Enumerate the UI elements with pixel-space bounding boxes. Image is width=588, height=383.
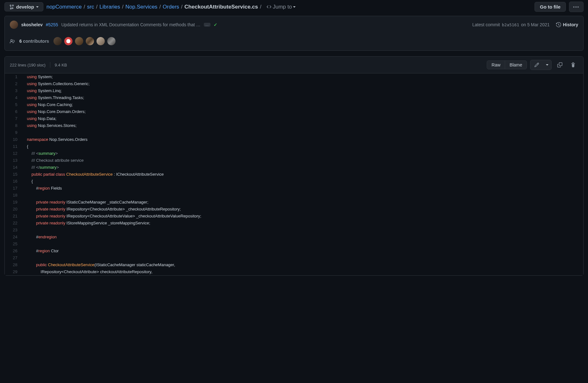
line-number[interactable]: 3 [5, 87, 23, 94]
edit-dropdown-button[interactable] [543, 60, 551, 70]
line-count: 222 lines (190 sloc) [10, 63, 46, 67]
edit-group [530, 60, 552, 70]
code-line: #region Ctor [23, 248, 583, 254]
branch-name: develop [16, 4, 34, 9]
line-number[interactable]: 23 [5, 227, 23, 234]
raw-blame-group: Raw Blame [487, 60, 527, 69]
raw-button[interactable]: Raw [487, 61, 505, 69]
code-line: private readonly IStoreMappingService _s… [23, 220, 583, 227]
code-line: private readonly IRepository<CheckoutAtt… [23, 206, 583, 213]
trash-icon [571, 62, 576, 67]
commit-message[interactable]: Updated returns in XML Documentation Com… [61, 22, 201, 27]
code-line [23, 254, 583, 261]
line-number[interactable]: 5 [5, 101, 23, 108]
crumb-repo[interactable]: nopCommerce [47, 4, 82, 10]
contributor-avatar[interactable] [64, 37, 72, 45]
line-number[interactable]: 13 [5, 157, 23, 164]
line-number[interactable]: 8 [5, 122, 23, 129]
line-number[interactable]: 21 [5, 213, 23, 220]
line-number[interactable]: 10 [5, 136, 23, 143]
line-number[interactable]: 20 [5, 206, 23, 213]
branch-selector[interactable]: develop [4, 2, 43, 11]
code-line [23, 241, 583, 248]
code-table: 1using System; 2using System.Collections… [5, 73, 583, 275]
code-line: private readonly IStaticCacheManager _st… [23, 199, 583, 206]
pencil-icon [534, 62, 539, 67]
line-number[interactable]: 2 [5, 80, 23, 87]
code-line: namespace Nop.Services.Orders [23, 136, 583, 143]
contributor-avatar[interactable] [86, 37, 94, 45]
line-number[interactable]: 17 [5, 185, 23, 192]
crumb-file: CheckoutAttributeService.cs [185, 4, 258, 10]
kebab-icon: ••• [573, 4, 579, 9]
code-line: IRepository<CheckoutAttribute> checkoutA… [23, 268, 583, 275]
line-number[interactable]: 15 [5, 171, 23, 178]
line-number[interactable]: 29 [5, 268, 23, 275]
history-link[interactable]: History [556, 22, 578, 27]
author-link[interactable]: skoshelev [21, 22, 43, 27]
delete-button[interactable] [568, 60, 578, 70]
contributor-avatar[interactable] [107, 37, 116, 45]
go-to-file-button[interactable]: Go to file [535, 2, 566, 12]
line-number[interactable]: 7 [5, 115, 23, 122]
latest-commit-label: Latest commit [472, 22, 500, 27]
code-line: using System.Collections.Generic; [23, 80, 583, 87]
line-number[interactable]: 14 [5, 164, 23, 171]
crumb-src[interactable]: src [87, 4, 94, 10]
issue-link[interactable]: #5255 [46, 22, 58, 27]
code-line: using Nop.Services.Stores; [23, 122, 583, 129]
line-number[interactable]: 22 [5, 220, 23, 227]
line-number[interactable]: 24 [5, 234, 23, 241]
crumb-orders[interactable]: Orders [163, 4, 179, 10]
more-options-button[interactable]: ••• [569, 2, 584, 12]
contributor-avatar[interactable] [97, 37, 105, 45]
contributor-avatar[interactable] [75, 37, 83, 45]
line-number[interactable]: 19 [5, 199, 23, 206]
branch-icon [9, 4, 14, 9]
contributor-avatar[interactable] [53, 37, 62, 45]
code-line: #region Fields [23, 185, 583, 192]
status-check-icon[interactable]: ✓ [214, 22, 217, 27]
line-number[interactable]: 11 [5, 143, 23, 150]
code-line: #endregion [23, 234, 583, 241]
line-number[interactable]: 27 [5, 254, 23, 261]
code-line: using Nop.Core.Caching; [23, 101, 583, 108]
crumb-libraries[interactable]: Libraries [99, 4, 120, 10]
code-line: using System.Threading.Tasks; [23, 94, 583, 101]
line-number[interactable]: 25 [5, 241, 23, 248]
line-number[interactable]: 18 [5, 192, 23, 199]
jump-to-dropdown[interactable]: Jump to [266, 4, 296, 10]
line-number[interactable]: 16 [5, 178, 23, 185]
commit-date: on 5 Mar 2021 [521, 22, 549, 27]
code-line: /// Checkout attribute service [23, 157, 583, 164]
line-number[interactable]: 6 [5, 108, 23, 115]
line-number[interactable]: 4 [5, 94, 23, 101]
contributors-label[interactable]: 6 contributors [19, 39, 49, 44]
code-line: private readonly IRepository<CheckoutAtt… [23, 213, 583, 220]
commit-sha[interactable]: b2a5161 [502, 22, 519, 27]
blame-button[interactable]: Blame [505, 61, 527, 69]
file-header: 222 lines (190 sloc) 9.4 KB Raw Blame [5, 57, 583, 73]
line-number[interactable]: 9 [5, 129, 23, 136]
line-number[interactable]: 28 [5, 261, 23, 268]
file-size: 9.4 KB [55, 63, 67, 67]
expand-message-button[interactable]: … [204, 23, 210, 27]
line-number[interactable]: 26 [5, 248, 23, 254]
chevron-down-icon [36, 6, 39, 9]
code-icon [266, 4, 272, 9]
commit-bar: skoshelev #5255 Updated returns in XML D… [5, 16, 583, 33]
code-line: public CheckoutAttributeService(IStaticC… [23, 261, 583, 268]
code-line: using System.Linq; [23, 87, 583, 94]
line-number[interactable]: 12 [5, 150, 23, 157]
edit-button[interactable] [530, 60, 543, 70]
line-number[interactable]: 1 [5, 73, 23, 80]
code-line: using System; [23, 73, 583, 80]
code-line: using Nop.Data; [23, 115, 583, 122]
author-avatar[interactable] [10, 21, 18, 29]
code-line: /// <summary> [23, 150, 583, 157]
crumb-services[interactable]: Nop.Services [125, 4, 157, 10]
copy-icon [557, 62, 562, 67]
code-line [23, 129, 583, 136]
copy-button[interactable] [555, 60, 565, 70]
code-line [23, 192, 583, 199]
